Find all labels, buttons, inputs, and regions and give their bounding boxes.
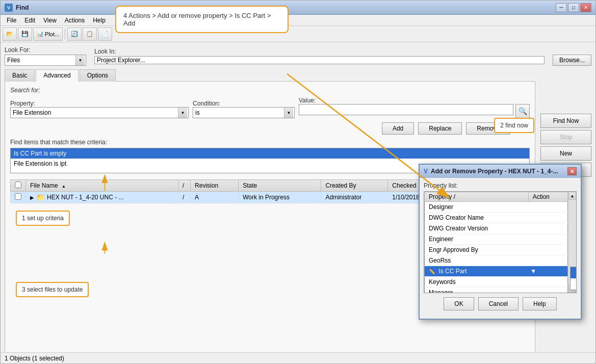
prop-table-wrapper: Property / Action Designer DWG Creato (424, 191, 577, 293)
dialog-row-7-prop: Keywords (425, 277, 529, 288)
plot-label: Plot... (45, 31, 59, 37)
property-value: File Extension (13, 109, 51, 116)
menu-bar: File Edit View Actions Help (1, 15, 595, 26)
menu-actions[interactable]: Actions (61, 16, 89, 25)
row-0-check[interactable] (15, 193, 21, 200)
dropdown-add[interactable]: Add (571, 267, 577, 278)
criteria-item-0[interactable]: Is CC Part is empty (11, 148, 529, 159)
col-property-label: Property (429, 193, 452, 200)
look-for-row: Look For: Files ▼ Look In: Browse... (5, 46, 591, 66)
toolbar-save[interactable]: 💾 (18, 28, 32, 41)
toolbar-paste[interactable]: 📄 (98, 28, 112, 41)
row-0-createdby: Administrator (321, 192, 388, 203)
condition-label: Condition: (193, 100, 295, 107)
col-filename-label: File Name (30, 182, 58, 189)
dialog-row-2[interactable]: DWG Creator Version (425, 223, 568, 234)
toolbar-plot[interactable]: 📊 Plot... (33, 28, 63, 41)
menu-edit[interactable]: Edit (20, 16, 39, 25)
dialog-row-5[interactable]: GeoRss (425, 255, 568, 266)
maximize-button[interactable]: □ (568, 3, 579, 12)
close-button[interactable]: ✕ (580, 3, 591, 12)
find-now-button[interactable]: Find Now (540, 114, 591, 128)
condition-arrow[interactable]: ▼ (284, 108, 293, 118)
look-in-label: Look In: (94, 48, 545, 55)
dialog-row-7[interactable]: Keywords (425, 277, 568, 288)
row-0-expand[interactable]: ▶ (30, 195, 34, 200)
dialog-row-3[interactable]: Engineer (425, 234, 568, 245)
toolbar-copy[interactable]: 📋 (83, 28, 97, 41)
search-icon-btn[interactable]: 🔍 (515, 104, 530, 118)
criteria-item-1-text: File Extension is ipt (14, 160, 66, 167)
action-buttons-row: Add Replace Remove (10, 122, 530, 135)
dialog-row-6[interactable]: ✏️ Is CC Part ▼ Add (425, 266, 568, 277)
dialog-row-4-action (528, 245, 567, 255)
dialog-row-2-action (528, 223, 567, 234)
dialog-row-5-action (528, 255, 567, 266)
dialog-row-4-prop: Engr Approved By (425, 245, 529, 255)
select-all-checkbox[interactable] (15, 181, 21, 188)
folder-icon: 📁 (36, 193, 45, 201)
value-input[interactable] (299, 104, 513, 115)
look-for-select[interactable]: Files ▼ (5, 55, 86, 66)
col-revision: Revision (191, 180, 239, 192)
dialog-help-button[interactable]: Help (523, 297, 557, 310)
look-in-group: Look In: (94, 48, 545, 64)
criteria-item-0-text: Is CC Part is empty (14, 150, 66, 157)
dialog-row-8[interactable]: Manager (425, 288, 568, 294)
toolbar: 📂 💾 📊 Plot... 🔄 📋 📄 (1, 26, 595, 42)
col-property: Property / (425, 192, 529, 202)
property-arrow[interactable]: ▼ (178, 108, 187, 118)
tabs: Basic Advanced Options (5, 69, 591, 81)
col-property-sort: / (454, 193, 455, 200)
dropdown-remove[interactable]: Remove (571, 278, 577, 290)
property-label: Property: (10, 100, 189, 107)
dialog-row-1[interactable]: DWG Creator Name (425, 213, 568, 223)
edit-icon: ✏️ (429, 269, 435, 274)
new-button[interactable]: New (540, 146, 591, 161)
property-select[interactable]: File Extension ▼ (10, 107, 189, 118)
look-in-input[interactable] (94, 56, 545, 64)
stop-button[interactable]: Stop (540, 130, 591, 144)
col-createdby: Created By (321, 180, 388, 192)
menu-help[interactable]: Help (89, 16, 110, 25)
toolbar-refresh[interactable]: 🔄 (67, 28, 82, 41)
action-dropdown: Add Remove (570, 267, 577, 290)
dialog-row-0-action (528, 202, 567, 213)
sort-icon: ▲ (62, 184, 66, 189)
scroll-up[interactable]: ▲ (568, 192, 576, 200)
menu-view[interactable]: View (39, 16, 61, 25)
prop-list-label: Property list: (424, 182, 577, 189)
condition-value: is (195, 109, 200, 116)
col-filename[interactable]: File Name ▲ (26, 180, 178, 192)
dialog-row-2-prop: DWG Creator Version (425, 223, 529, 234)
menu-file[interactable]: File (3, 16, 20, 25)
toolbar-open[interactable]: 📂 (3, 28, 17, 41)
dialog-row-6-prop-text: Is CC Part (438, 268, 467, 275)
search-for-label: Search for: (10, 87, 530, 94)
title-bar: V Find ─ □ ✕ (1, 1, 595, 15)
dialog-cancel-button[interactable]: Cancel (478, 297, 519, 310)
tab-basic[interactable]: Basic (5, 69, 35, 82)
remove-button[interactable]: Remove (466, 122, 510, 135)
col-checkbox (11, 180, 26, 192)
row-0-sort: / (178, 192, 191, 203)
look-for-arrow[interactable]: ▼ (75, 55, 85, 65)
row-0-name-cell: ▶ 📁 HEX NUT - 1_4-20 UNC - ... (30, 193, 174, 201)
dialog-row-6-action[interactable]: ▼ Add Remove (528, 266, 567, 277)
minimize-button[interactable]: ─ (556, 3, 567, 12)
tab-options[interactable]: Options (80, 69, 116, 82)
dialog-row-1-prop: DWG Creator Name (425, 213, 529, 223)
plot-icon: 📊 (37, 31, 44, 37)
row-0-revision: A (191, 192, 239, 203)
action-dropdown-trigger[interactable]: ▼ (528, 267, 567, 276)
dialog-close-button[interactable]: ✕ (567, 167, 577, 175)
tab-advanced[interactable]: Advanced (36, 69, 78, 82)
dialog-row-0[interactable]: Designer (425, 202, 568, 213)
replace-button[interactable]: Replace (418, 122, 462, 135)
dialog-ok-button[interactable]: OK (444, 297, 474, 310)
add-button[interactable]: Add (382, 122, 414, 135)
browse-button[interactable]: Browse... (553, 55, 591, 66)
look-for-value: Files (7, 57, 20, 64)
condition-select[interactable]: is ▼ (193, 107, 295, 118)
dialog-row-4[interactable]: Engr Approved By (425, 245, 568, 255)
